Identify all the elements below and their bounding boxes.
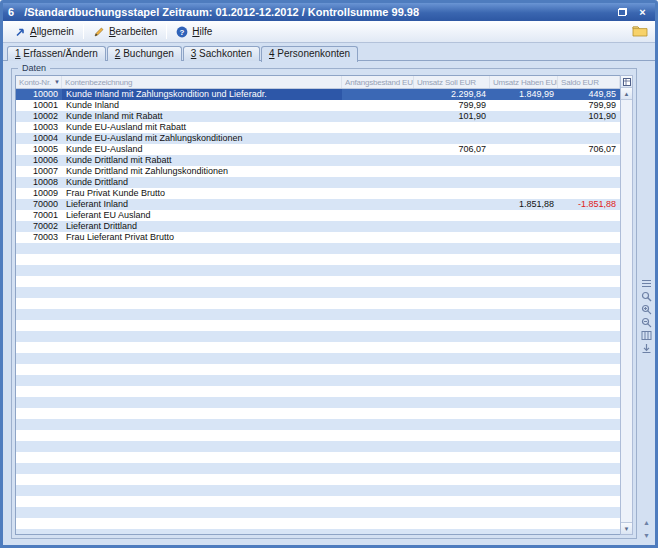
cell-anfangsbestand[interactable] [342,177,414,188]
cell-anfangsbestand[interactable] [342,210,414,221]
cell-anfangsbestand[interactable] [342,232,414,243]
zoom-out-button[interactable] [640,316,653,328]
col-header-umsatz-haben[interactable]: Umsatz Haben EUR [490,76,558,88]
jump-bottom-button[interactable]: ▼ [640,529,653,541]
cell-anfangsbestand[interactable] [342,100,414,111]
cell-saldo[interactable]: 449,85 [558,89,620,100]
export-button[interactable] [640,342,653,354]
cell-konto[interactable]: 10006 [16,155,62,166]
cell-soll[interactable]: 2.299,84 [414,89,490,100]
cell-anfangsbestand[interactable] [342,199,414,210]
cell-haben[interactable] [490,133,558,144]
cell-bezeichnung[interactable]: Frau Privat Kunde Brutto [62,188,342,199]
cell-soll[interactable] [414,188,490,199]
cell-haben[interactable] [490,111,558,122]
cell-haben[interactable] [490,177,558,188]
zoom-in-button[interactable] [640,303,653,315]
cell-haben[interactable]: 1.851,88 [490,199,558,210]
cell-konto[interactable]: 70003 [16,232,62,243]
scrollbar-track[interactable] [621,100,632,522]
cell-konto[interactable]: 10003 [16,122,62,133]
tab-personenkonten[interactable]: 4 Personenkonten [261,46,358,62]
table-row[interactable]: 10005Kunde EU-Ausland706,07706,07 [16,144,620,155]
list-button[interactable] [640,277,653,289]
cell-haben[interactable]: 1.849,99 [490,89,558,100]
cell-haben[interactable] [490,144,558,155]
table-row[interactable]: 70000Lieferant Inland1.851,88-1.851,88 [16,199,620,210]
cell-soll[interactable]: 799,99 [414,100,490,111]
cell-anfangsbestand[interactable] [342,144,414,155]
cell-konto[interactable]: 10001 [16,100,62,111]
cell-anfangsbestand[interactable] [342,221,414,232]
folder-button[interactable] [632,24,648,37]
cell-konto[interactable]: 10009 [16,188,62,199]
columns-button[interactable] [640,329,653,341]
cell-anfangsbestand[interactable] [342,166,414,177]
cell-haben[interactable] [490,155,558,166]
cell-konto[interactable]: 70001 [16,210,62,221]
table-row[interactable]: 70002Lieferant Drittland [16,221,620,232]
cell-bezeichnung[interactable]: Kunde Drittland [62,177,342,188]
cell-bezeichnung[interactable]: Lieferant EU Ausland [62,210,342,221]
col-header-konto-nr[interactable]: Konto-Nr. ▼ [16,76,62,88]
table-row[interactable]: 10008Kunde Drittland [16,177,620,188]
cell-saldo[interactable] [558,177,620,188]
cell-soll[interactable] [414,155,490,166]
cell-bezeichnung[interactable]: Kunde Inland mit Zahlungskondition und L… [62,89,342,100]
table-body[interactable]: 10000Kunde Inland mit Zahlungskondition … [16,89,620,534]
column-chooser-button[interactable] [621,76,632,88]
cell-anfangsbestand[interactable] [342,155,414,166]
cell-anfangsbestand[interactable] [342,188,414,199]
cell-saldo[interactable] [558,155,620,166]
cell-konto[interactable]: 10002 [16,111,62,122]
bearbeiten-menu[interactable]: Bearbeiten [87,24,163,40]
cell-saldo[interactable]: 706,07 [558,144,620,155]
cell-saldo[interactable]: 799,99 [558,100,620,111]
col-header-anfangsbestand[interactable]: Anfangsbestand EUR [342,76,414,88]
cell-bezeichnung[interactable]: Kunde EU-Ausland mit Zahlungskonditionen [62,133,342,144]
cell-soll[interactable] [414,199,490,210]
cell-anfangsbestand[interactable] [342,111,414,122]
col-header-umsatz-soll[interactable]: Umsatz Soll EUR [414,76,490,88]
table-row[interactable]: 70003Frau Lieferant Privat Brutto [16,232,620,243]
jump-top-button[interactable]: ▲ [640,516,653,528]
cell-konto[interactable]: 10005 [16,144,62,155]
cell-saldo[interactable] [558,221,620,232]
cell-bezeichnung[interactable]: Kunde Inland mit Rabatt [62,111,342,122]
cell-saldo[interactable]: -1.851,88 [558,199,620,210]
table-row[interactable]: 70001Lieferant EU Ausland [16,210,620,221]
hilfe-menu[interactable]: ? Hilfe [170,24,218,40]
col-header-saldo[interactable]: Saldo EUR [558,76,620,88]
cell-soll[interactable] [414,221,490,232]
cell-konto[interactable]: 10008 [16,177,62,188]
table-row[interactable]: 10000Kunde Inland mit Zahlungskondition … [16,89,620,100]
table-row[interactable]: 10002Kunde Inland mit Rabatt101,90101,90 [16,111,620,122]
table-row[interactable]: 10006Kunde Drittland mit Rabatt [16,155,620,166]
cell-haben[interactable] [490,232,558,243]
tab-erfassen-aendern[interactable]: 1 Erfassen/Ändern [7,46,106,61]
cell-haben[interactable] [490,122,558,133]
cell-konto[interactable]: 70002 [16,221,62,232]
cell-bezeichnung[interactable]: Kunde EU-Ausland mit Rabatt [62,122,342,133]
cell-haben[interactable] [490,210,558,221]
cell-haben[interactable] [490,221,558,232]
cell-saldo[interactable] [558,133,620,144]
cell-bezeichnung[interactable]: Lieferant Drittland [62,221,342,232]
cell-soll[interactable] [414,177,490,188]
table-row[interactable]: 10007Kunde Drittland mit Zahlungskonditi… [16,166,620,177]
cell-soll[interactable]: 706,07 [414,144,490,155]
cell-anfangsbestand[interactable] [342,122,414,133]
col-header-kontenbezeichnung[interactable]: Kontenbezeichnung [62,76,342,88]
cell-saldo[interactable] [558,232,620,243]
allgemein-menu[interactable]: Allgemein [8,24,80,40]
cell-soll[interactable] [414,166,490,177]
cell-anfangsbestand[interactable] [342,133,414,144]
table-row[interactable]: 10003Kunde EU-Ausland mit Rabatt [16,122,620,133]
cell-saldo[interactable] [558,122,620,133]
restore-button[interactable] [615,6,630,19]
cell-haben[interactable] [490,100,558,111]
cell-soll[interactable] [414,122,490,133]
search-button[interactable] [640,290,653,302]
cell-haben[interactable] [490,188,558,199]
cell-konto[interactable]: 70000 [16,199,62,210]
